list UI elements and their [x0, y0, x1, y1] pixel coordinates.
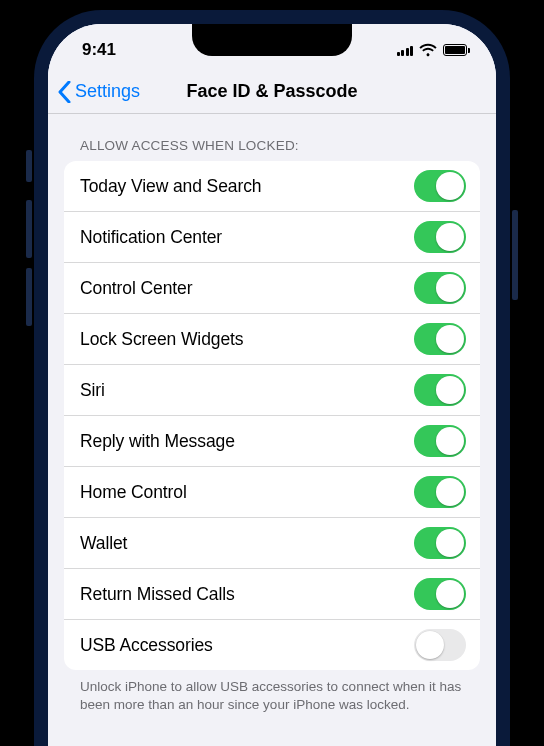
back-button[interactable]: Settings: [58, 81, 140, 103]
battery-icon: [443, 44, 470, 56]
status-time: 9:41: [82, 40, 116, 60]
setting-label: Notification Center: [80, 227, 222, 248]
setting-label: Return Missed Calls: [80, 584, 235, 605]
setting-label: Home Control: [80, 482, 187, 503]
setting-label: Reply with Message: [80, 431, 235, 452]
section-footer: Unlock iPhone to allow USB accessories t…: [64, 670, 480, 714]
back-label: Settings: [75, 81, 140, 102]
toggle-knob: [436, 580, 464, 608]
toggle-knob: [436, 427, 464, 455]
phone-frame: 9:41 Settings Face ID & Passcod: [34, 10, 510, 746]
setting-row: Today View and Search: [64, 161, 480, 212]
toggle[interactable]: [414, 527, 466, 559]
setting-label: Today View and Search: [80, 176, 261, 197]
setting-label: Control Center: [80, 278, 192, 299]
toggle-knob: [436, 529, 464, 557]
setting-row: Home Control: [64, 467, 480, 518]
status-icons: [397, 43, 471, 57]
setting-row: Lock Screen Widgets: [64, 314, 480, 365]
toggle[interactable]: [414, 374, 466, 406]
toggle[interactable]: [414, 629, 466, 661]
setting-label: Siri: [80, 380, 105, 401]
setting-row: Siri: [64, 365, 480, 416]
setting-label: Wallet: [80, 533, 127, 554]
toggle[interactable]: [414, 476, 466, 508]
settings-group: Today View and SearchNotification Center…: [64, 161, 480, 670]
toggle-knob: [436, 223, 464, 251]
cellular-icon: [397, 44, 414, 56]
setting-row: USB Accessories: [64, 620, 480, 670]
notch: [192, 24, 352, 56]
setting-row: Wallet: [64, 518, 480, 569]
setting-row: Reply with Message: [64, 416, 480, 467]
toggle[interactable]: [414, 221, 466, 253]
toggle-knob: [416, 631, 444, 659]
setting-label: Lock Screen Widgets: [80, 329, 243, 350]
toggle[interactable]: [414, 323, 466, 355]
toggle-knob: [436, 325, 464, 353]
toggle-knob: [436, 172, 464, 200]
setting-label: USB Accessories: [80, 635, 213, 656]
content: ALLOW ACCESS WHEN LOCKED: Today View and…: [48, 114, 496, 746]
toggle-knob: [436, 274, 464, 302]
nav-bar: Settings Face ID & Passcode: [48, 70, 496, 114]
wifi-icon: [419, 43, 437, 57]
toggle-knob: [436, 376, 464, 404]
toggle[interactable]: [414, 170, 466, 202]
setting-row: Return Missed Calls: [64, 569, 480, 620]
toggle[interactable]: [414, 578, 466, 610]
setting-row: Control Center: [64, 263, 480, 314]
section-header: ALLOW ACCESS WHEN LOCKED:: [64, 114, 480, 161]
toggle[interactable]: [414, 272, 466, 304]
toggle-knob: [436, 478, 464, 506]
setting-row: Notification Center: [64, 212, 480, 263]
chevron-left-icon: [58, 81, 71, 103]
toggle[interactable]: [414, 425, 466, 457]
